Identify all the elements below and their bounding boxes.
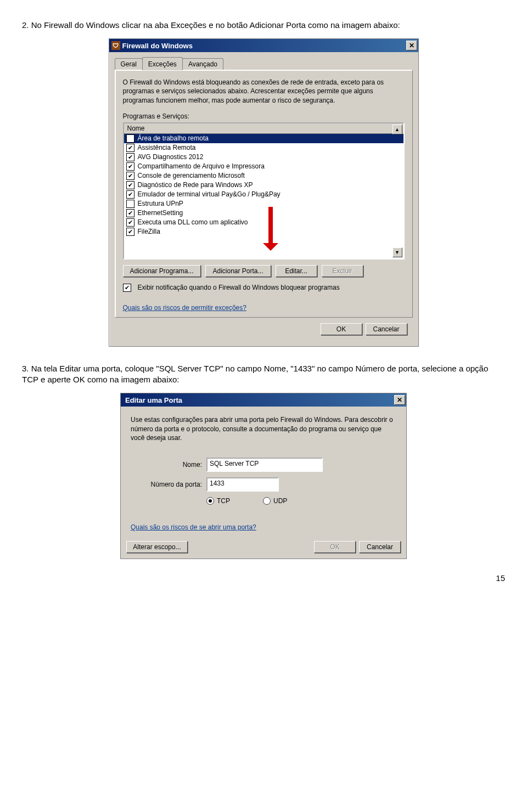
notify-checkbox[interactable]: ✔ (123, 284, 131, 292)
list-item[interactable]: ✔Console de gerenciamento Microsoft (124, 171, 403, 181)
window-title: Firewall do Windows (122, 42, 406, 50)
edit-button[interactable]: Editar... (276, 265, 317, 277)
list-item-label: Estrutura UPnP (138, 200, 183, 207)
checkbox-icon[interactable]: ✔ (126, 190, 134, 199)
name-label: Nome: (131, 461, 206, 469)
tab-geral[interactable]: Geral (115, 58, 143, 70)
list-item-label: Assistência Remota (138, 144, 196, 151)
port-input[interactable]: 1433 (206, 477, 279, 492)
list-item[interactable]: Estrutura UPnP (124, 199, 403, 208)
name-input[interactable]: SQL Server TCP (206, 458, 323, 472)
tab-avancado[interactable]: Avançado (182, 58, 223, 70)
tab-excecoes[interactable]: Exceções (142, 57, 183, 70)
list-item[interactable]: ✔FileZilla (124, 227, 403, 236)
firewall-icon: 🛡 (111, 41, 120, 50)
checkbox-icon[interactable]: ✔ (126, 162, 134, 171)
list-item-label: Área de trabalho remota (138, 134, 209, 142)
checkbox-icon[interactable]: ✔ (126, 181, 134, 189)
titlebar: 🛡 Firewall do Windows ✕ (109, 39, 418, 52)
window-title: Editar uma Porta (123, 396, 394, 404)
checkbox-icon[interactable] (126, 200, 134, 208)
scroll-down-icon[interactable]: ▼ (393, 247, 402, 257)
add-program-button[interactable]: Adicionar Programa... (123, 265, 201, 277)
add-port-button[interactable]: Adicionar Porta... (205, 265, 271, 277)
list-header-nome[interactable]: Nome (124, 123, 403, 134)
list-item[interactable]: ✔Área de trabalho remota (124, 134, 403, 143)
titlebar: Editar uma Porta ✕ (121, 393, 406, 407)
checkbox-icon[interactable]: ✔ (126, 153, 134, 161)
list-item-label: FileZilla (138, 228, 160, 235)
checkbox-icon[interactable]: ✔ (126, 209, 134, 217)
checkbox-icon[interactable]: ✔ (126, 172, 134, 180)
list-item-label: Compartilhamento de Arquivo e Impressora (138, 162, 265, 170)
checkbox-icon[interactable]: ✔ (126, 134, 134, 143)
ok-button[interactable]: OK (314, 541, 356, 553)
page-number: 15 (22, 573, 505, 583)
edit-port-dialog: Editar uma Porta ✕ Use estas configuraçõ… (120, 393, 407, 559)
list-item[interactable]: ✔Compartilhamento de Arquivo e Impressor… (124, 162, 403, 171)
ok-button[interactable]: OK (321, 323, 362, 335)
close-icon[interactable]: ✕ (394, 395, 405, 405)
firewall-dialog: 🛡 Firewall do Windows ✕ Geral Exceções A… (109, 38, 419, 347)
list-item[interactable]: ✔Executa uma DLL como um aplicativo (124, 218, 403, 227)
radio-dot-icon (263, 497, 271, 505)
list-item-label: Emulador de terminal virtual Pay&Go / Pl… (138, 190, 281, 198)
cancel-button[interactable]: Cancelar (359, 541, 401, 553)
list-item[interactable]: ✔EthernetSetting (124, 208, 403, 218)
list-item[interactable]: ✔Assistência Remota (124, 143, 403, 153)
checkbox-icon[interactable]: ✔ (126, 218, 134, 227)
step-3-text: 3. Na tela Editar uma porta, coloque "SQ… (22, 363, 505, 386)
scroll-up-icon[interactable]: ▲ (393, 125, 402, 134)
risks-link[interactable]: Quais são os riscos de permitir exceções… (123, 304, 246, 312)
checkbox-icon[interactable]: ✔ (126, 228, 134, 236)
checkbox-icon[interactable]: ✔ (126, 144, 134, 152)
list-item-label: Diagnóstico de Rede para Windows XP (138, 181, 253, 189)
tcp-label: TCP (217, 497, 230, 505)
risks-link[interactable]: Quais são os riscos de se abrir uma port… (131, 523, 256, 531)
list-item-label: AVG Diagnostics 2012 (138, 153, 204, 161)
tcp-radio[interactable]: TCP (206, 497, 230, 505)
udp-radio[interactable]: UDP (263, 497, 287, 505)
list-item-label: EthernetSetting (138, 209, 183, 217)
port-label: Número da porta: (131, 481, 206, 488)
list-label: Programas e Serviços: (123, 112, 405, 120)
list-item-label: Console de gerenciamento Microsoft (138, 172, 245, 179)
delete-button: Excluir (322, 265, 363, 277)
cancel-button[interactable]: Cancelar (366, 323, 407, 335)
notify-label: Exibir notificação quando o Firewall do … (138, 284, 340, 291)
list-item[interactable]: ✔Diagnóstico de Rede para Windows XP (124, 181, 403, 190)
list-item[interactable]: ✔Emulador de terminal virtual Pay&Go / P… (124, 190, 403, 199)
radio-dot-icon (206, 497, 214, 505)
step-2-text: 2. No Firewall do Windows clicar na aba … (22, 20, 505, 31)
tab-description: O Firewall do Windows está bloqueando as… (123, 78, 405, 105)
list-item-label: Executa uma DLL como um aplicativo (138, 218, 248, 226)
udp-label: UDP (273, 497, 287, 505)
list-item[interactable]: ✔AVG Diagnostics 2012 (124, 153, 403, 162)
programs-listbox[interactable]: Nome ✔Área de trabalho remota✔Assistênci… (123, 122, 405, 260)
dialog-description: Use estas configurações para abrir uma p… (131, 415, 396, 442)
close-icon[interactable]: ✕ (406, 41, 417, 50)
change-scope-button[interactable]: Alterar escopo... (126, 541, 188, 553)
